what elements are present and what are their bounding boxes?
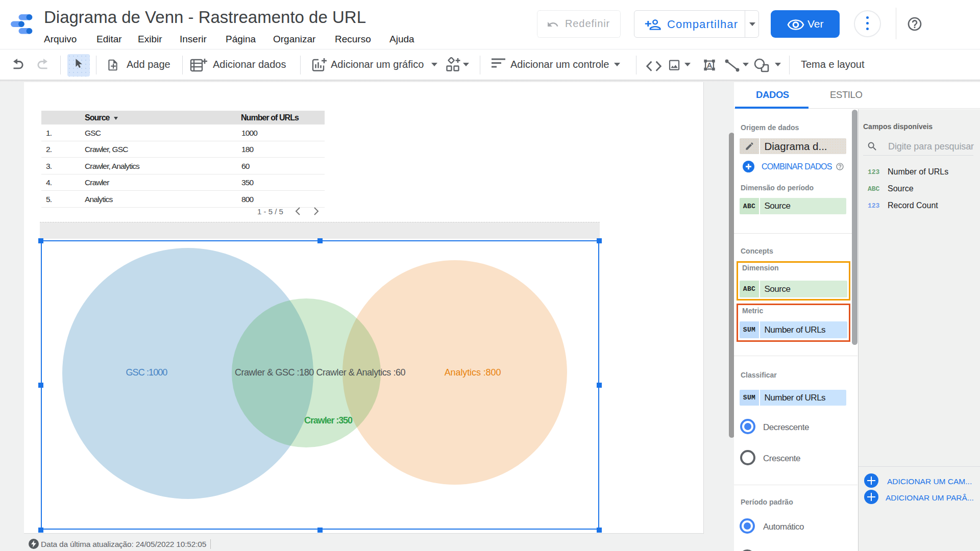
svg-text:A: A: [707, 61, 713, 69]
